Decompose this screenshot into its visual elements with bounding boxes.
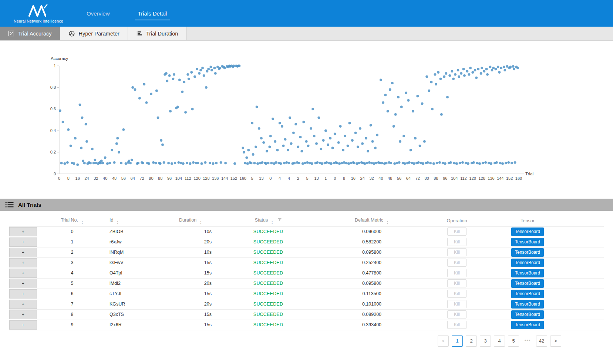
x-tick-label: 80 — [424, 176, 429, 181]
scatter-point — [375, 162, 378, 164]
scatter-point — [347, 145, 349, 147]
expand-button[interactable]: + — [9, 310, 37, 319]
scatter-point — [300, 150, 303, 152]
expand-button[interactable]: + — [9, 300, 37, 309]
scatter-point — [347, 162, 350, 165]
scatter-point — [159, 162, 162, 165]
scatter-point — [412, 110, 414, 112]
x-tick-label: 0 — [334, 176, 336, 181]
tensorboard-button[interactable]: TensorBoard — [511, 279, 544, 288]
x-tick-label: 128 — [478, 176, 485, 181]
tensorboard-button[interactable]: TensorBoard — [511, 259, 544, 267]
pagination-page-4[interactable]: 4 — [494, 336, 505, 347]
expand-button[interactable]: + — [9, 248, 37, 257]
sort-icon[interactable]: ▲▼ — [386, 220, 389, 224]
kill-button[interactable]: Kill — [447, 279, 467, 287]
kill-button[interactable]: Kill — [447, 228, 467, 236]
kill-button[interactable]: Kill — [447, 310, 467, 318]
scatter-point — [394, 113, 397, 116]
nav-tab-overview[interactable]: Overview — [84, 7, 113, 20]
tab-trial-accuracy[interactable]: Trial Accuracy — [0, 27, 60, 40]
scatter-point — [120, 162, 122, 164]
expand-button[interactable]: + — [9, 227, 37, 236]
scatter-point — [214, 72, 217, 75]
sort-icon[interactable]: ▲▼ — [271, 220, 273, 224]
tab-hyper-parameter[interactable]: Hyper Parameter — [60, 27, 128, 40]
scatter-point — [327, 144, 329, 146]
table-row: +7KGsUR20sSUCCEEDED0.101000KillTensorBoa… — [9, 299, 604, 309]
kill-button[interactable]: Kill — [447, 259, 467, 267]
expand-button[interactable]: + — [9, 258, 37, 267]
pagination-next[interactable]: > — [550, 336, 561, 347]
cell-trial-no: 0 — [37, 226, 107, 237]
pagination-page-5[interactable]: 5 — [508, 336, 519, 347]
scatter-point — [176, 106, 179, 108]
scatter-point — [445, 72, 447, 75]
tensorboard-button[interactable]: TensorBoard — [511, 238, 544, 246]
sort-icon[interactable]: ▲▼ — [199, 220, 202, 224]
pagination-ellipsis[interactable]: ••• — [522, 336, 533, 347]
tensorboard-button[interactable]: TensorBoard — [511, 228, 544, 236]
kill-button[interactable]: Kill — [447, 321, 467, 329]
cell-default-metric: 0.095800 — [314, 247, 429, 257]
tensorboard-button[interactable]: TensorBoard — [511, 321, 544, 329]
cell-operation: Kill — [429, 247, 485, 257]
tensorboard-button[interactable]: TensorBoard — [511, 248, 544, 257]
scatter-point — [390, 162, 392, 164]
tensorboard-button[interactable]: TensorBoard — [511, 310, 544, 319]
tensorboard-button[interactable]: TensorBoard — [511, 290, 544, 298]
sort-icon[interactable]: ▲▼ — [81, 220, 84, 224]
scatter-point — [462, 68, 465, 70]
pagination-prev[interactable]: < — [438, 336, 449, 347]
x-tick-label: 8 — [343, 176, 345, 181]
scatter-point — [440, 113, 443, 116]
cell-default-metric: 0.113500 — [314, 289, 429, 299]
sort-icon[interactable]: ▲▼ — [116, 220, 119, 224]
scatter-point — [281, 125, 283, 128]
scatter-point — [434, 73, 437, 76]
expand-button[interactable]: + — [9, 289, 37, 299]
cell-id: cTYJI — [107, 289, 159, 299]
tab-trial-duration[interactable]: Trial Duration — [128, 27, 187, 40]
nav-tab-trials-detail[interactable]: Trials Detail — [135, 7, 170, 20]
scatter-point — [215, 162, 218, 164]
kill-button[interactable]: Kill — [447, 248, 467, 256]
scatter-point — [425, 75, 428, 78]
cell-trial-no: 9 — [37, 320, 107, 330]
pagination-page-42[interactable]: 42 — [536, 336, 547, 347]
pagination-page-2[interactable]: 2 — [466, 336, 477, 347]
scatter-point — [270, 162, 273, 164]
accuracy-chart[interactable]: AccuracyTrial00.20.40.60.810816243240485… — [42, 55, 613, 183]
scatter-point — [203, 74, 205, 77]
col-header-trial-no-label: Trial No. — [61, 218, 78, 223]
expand-button[interactable]: + — [9, 320, 37, 330]
x-tick-label: 40 — [378, 176, 383, 181]
scatter-point — [307, 145, 310, 147]
filter-icon[interactable] — [278, 218, 282, 222]
scatter-point — [85, 140, 88, 143]
kill-button[interactable]: Kill — [447, 238, 467, 246]
scatter-plot[interactable]: AccuracyTrial00.20.40.60.810816243240485… — [42, 55, 565, 183]
scatter-point — [219, 67, 221, 69]
expand-button[interactable]: + — [9, 237, 37, 247]
cell-tensor: TensorBoard — [485, 320, 604, 330]
scatter-point — [511, 162, 513, 164]
y-tick-label: 1 — [54, 64, 56, 68]
status-badge: SUCCEEDED — [253, 229, 283, 234]
tensorboard-button[interactable]: TensorBoard — [511, 269, 544, 277]
scatter-point — [400, 106, 403, 108]
scatter-point — [116, 137, 119, 139]
scatter-point — [152, 161, 155, 164]
cell-expand: + — [9, 299, 37, 309]
col-header-duration: Duration▲▼ — [159, 215, 222, 226]
scatter-point — [89, 162, 92, 164]
tensorboard-button[interactable]: TensorBoard — [511, 300, 544, 309]
pagination-page-1[interactable]: 1 — [452, 336, 463, 347]
x-tick-label: 32 — [94, 176, 98, 181]
kill-button[interactable]: Kill — [447, 269, 467, 277]
kill-button[interactable]: Kill — [447, 300, 467, 308]
kill-button[interactable]: Kill — [447, 290, 467, 298]
expand-button[interactable]: + — [9, 279, 37, 288]
pagination-page-3[interactable]: 3 — [480, 336, 491, 347]
expand-button[interactable]: + — [9, 269, 37, 278]
